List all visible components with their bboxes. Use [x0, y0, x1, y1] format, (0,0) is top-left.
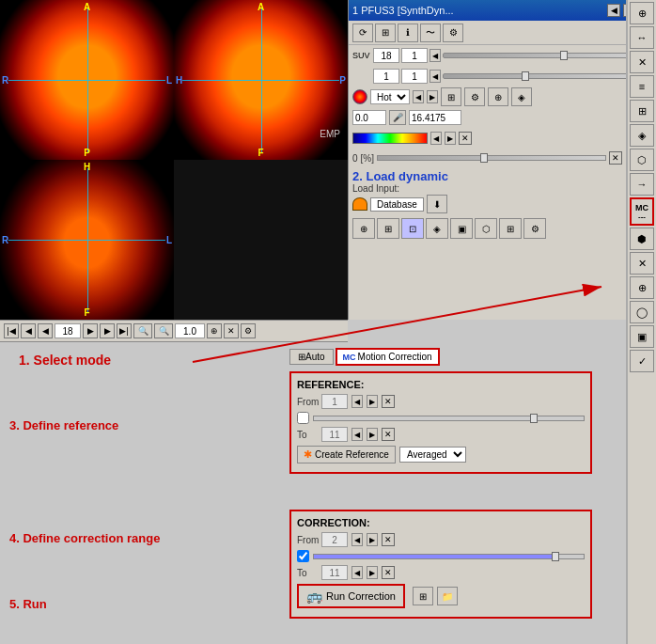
fr-btn-3[interactable]: ✕: [630, 51, 654, 73]
colormap-opt1[interactable]: ⊞: [441, 87, 461, 106]
nav-prev2[interactable]: ◀: [38, 323, 53, 338]
corr-to-prev[interactable]: ◀: [351, 566, 363, 579]
frame-number[interactable]: [55, 323, 81, 338]
view-btn-5[interactable]: ▣: [450, 218, 473, 239]
ref-slider-thumb[interactable]: [530, 414, 538, 423]
ref-to-next[interactable]: ▶: [367, 428, 378, 441]
colormap-opt2[interactable]: ⚙: [464, 87, 485, 106]
nav-prev[interactable]: ◀: [21, 323, 36, 338]
corr-from-reset[interactable]: ✕: [382, 533, 395, 546]
slider-thumb-1[interactable]: [560, 51, 568, 60]
averaged-select[interactable]: Averaged: [399, 447, 466, 463]
fr-btn-10[interactable]: ✕: [630, 252, 654, 275]
brain-top-left[interactable]: A P R L: [0, 0, 174, 160]
min-value[interactable]: [352, 110, 386, 125]
slider-thumb-2[interactable]: [522, 71, 529, 81]
fr-btn-7[interactable]: ⬡: [630, 149, 654, 171]
create-reference-btn[interactable]: ✱ Create Reference: [297, 446, 396, 463]
ref-to-reset[interactable]: ✕: [382, 428, 395, 441]
settings-btn[interactable]: ⚙: [443, 24, 463, 42]
colormap-select[interactable]: Hot: [370, 89, 410, 104]
colormap-opt4[interactable]: ◈: [511, 87, 532, 106]
corr-from-prev[interactable]: ◀: [351, 533, 363, 546]
ref-from-reset[interactable]: ✕: [382, 395, 395, 408]
corr-to-input[interactable]: [321, 565, 348, 580]
colormap-next[interactable]: ▶: [427, 90, 438, 103]
pct-slider[interactable]: [377, 155, 606, 161]
view-btn-2[interactable]: ⊞: [377, 218, 399, 239]
val-input-2[interactable]: [401, 69, 428, 84]
view-btn-8[interactable]: ⚙: [523, 218, 546, 239]
brain-top-right[interactable]: A F H P EMP: [174, 0, 348, 160]
mc-mode-btn[interactable]: MC ---: [630, 197, 654, 226]
fr-btn-2[interactable]: ↔: [630, 26, 654, 49]
fr-btn-14[interactable]: ✓: [630, 350, 654, 372]
nav-opt2[interactable]: ✕: [224, 323, 239, 338]
motion-correction-tab[interactable]: MC Motion Correction: [336, 348, 440, 366]
run-extra-btn1[interactable]: ⊞: [413, 587, 433, 605]
info-btn[interactable]: ℹ: [398, 24, 418, 42]
nav-opt1[interactable]: ⊕: [207, 323, 222, 338]
fr-btn-13[interactable]: ▣: [630, 325, 654, 348]
run-correction-btn[interactable]: 🚌 Run Correction: [297, 584, 405, 608]
frame-input-2[interactable]: [401, 48, 428, 63]
export-btn[interactable]: ⬇: [427, 195, 447, 213]
fr-btn-5[interactable]: ⊞: [630, 100, 654, 122]
corr-checkbox[interactable]: [297, 550, 309, 562]
view-btn-3[interactable]: ⊡: [401, 218, 424, 239]
mic-btn[interactable]: 🎤: [389, 110, 406, 125]
ref-to-prev[interactable]: ◀: [351, 428, 363, 441]
ref-range-slider[interactable]: [313, 416, 585, 421]
database-btn[interactable]: Database: [370, 197, 424, 212]
corr-from-next[interactable]: ▶: [367, 533, 378, 546]
nav-last[interactable]: ▶|: [117, 323, 132, 338]
colormap-prev[interactable]: ◀: [413, 90, 424, 103]
fr-btn-6[interactable]: ◈: [630, 124, 654, 147]
cb-reset[interactable]: ✕: [459, 132, 472, 145]
val-input-1[interactable]: [373, 69, 399, 84]
fr-btn-9[interactable]: ⬢: [630, 228, 654, 250]
view-btn-1[interactable]: ⊕: [352, 218, 375, 239]
zoom-level[interactable]: [175, 323, 205, 338]
zoom-out[interactable]: 🔍: [133, 323, 152, 338]
nav-opt3[interactable]: ⚙: [241, 323, 256, 338]
left-arrow-1[interactable]: ◀: [430, 49, 441, 62]
view-btn-4[interactable]: ◈: [426, 218, 448, 239]
corr-slider-thumb[interactable]: [552, 552, 559, 561]
corr-range-slider[interactable]: [313, 554, 585, 559]
reset-btn[interactable]: ⟳: [352, 24, 373, 42]
max-value[interactable]: [409, 110, 461, 125]
fr-btn-1[interactable]: ⊕: [630, 2, 654, 24]
fr-btn-4[interactable]: ≡: [630, 75, 654, 98]
zoom-in[interactable]: 🔍: [154, 323, 173, 338]
corr-to-next[interactable]: ▶: [367, 566, 378, 579]
cb-right[interactable]: ▶: [445, 132, 456, 145]
ref-from-next[interactable]: ▶: [367, 395, 378, 408]
pct-thumb[interactable]: [480, 153, 488, 163]
ref-from-input[interactable]: [321, 394, 348, 409]
slider-2[interactable]: [443, 73, 639, 79]
wave-btn[interactable]: 〜: [420, 24, 441, 42]
fr-btn-8[interactable]: →: [630, 173, 654, 196]
view-btn-6[interactable]: ⬡: [475, 218, 497, 239]
fr-btn-12[interactable]: ◯: [630, 301, 654, 323]
auto-tab[interactable]: ⊞ Auto: [289, 349, 334, 365]
fr-btn-11[interactable]: ⊕: [630, 276, 654, 299]
slider-1[interactable]: [443, 53, 639, 58]
nav-first[interactable]: |◀: [4, 323, 19, 338]
ref-checkbox[interactable]: [297, 412, 309, 424]
ref-from-prev[interactable]: ◀: [351, 395, 363, 408]
run-extra-btn2[interactable]: 📁: [437, 587, 458, 605]
colormap-opt3[interactable]: ⊕: [488, 87, 508, 106]
ref-to-input[interactable]: [321, 427, 348, 442]
cb-left[interactable]: ◀: [430, 132, 442, 145]
grid-btn[interactable]: ⊞: [375, 24, 396, 42]
view-btn-7[interactable]: ⊞: [499, 218, 522, 239]
nav-next[interactable]: ▶: [83, 323, 98, 338]
pct-reset[interactable]: ✕: [609, 151, 622, 165]
left-arrow-2[interactable]: ◀: [430, 70, 441, 83]
corr-to-reset[interactable]: ✕: [382, 566, 395, 579]
corr-from-input[interactable]: [321, 532, 348, 547]
brain-bottom-left[interactable]: H F R L: [0, 160, 174, 320]
nav-next2[interactable]: ▶: [100, 323, 115, 338]
